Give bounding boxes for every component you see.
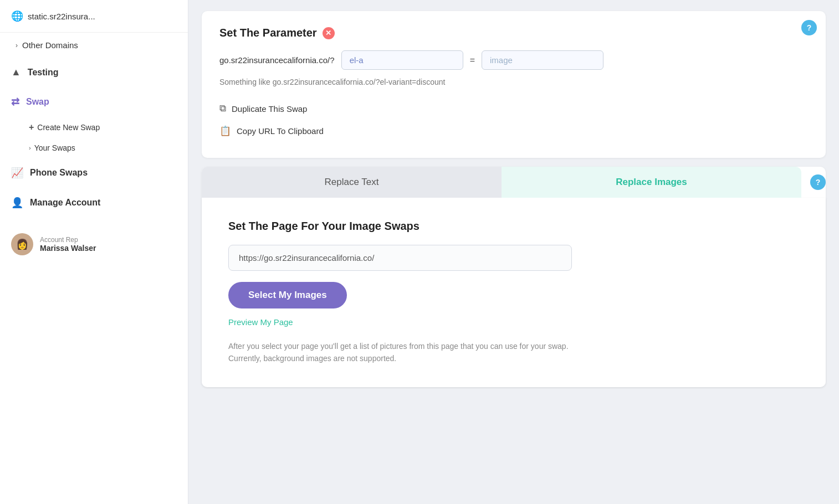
sidebar-domain-item[interactable]: 🌐 static.sr22insura...	[0, 0, 188, 33]
sidebar-manage-account-label: Manage Account	[30, 198, 100, 208]
replace-images-section-title: Set The Page For Your Image Swaps	[228, 220, 420, 233]
account-rep-label: Account Rep	[40, 236, 96, 244]
sidebar: 🌐 static.sr22insura... › Other Domains ▲…	[0, 0, 188, 504]
tab-replace-images[interactable]: Replace Images	[502, 167, 801, 198]
sidebar-item-testing[interactable]: ▲ Testing	[0, 58, 188, 87]
chevron-right-small-icon: ›	[29, 145, 31, 151]
sidebar-your-swaps-label: Your Swaps	[34, 143, 75, 152]
plus-icon: +	[29, 122, 34, 132]
duplicate-icon: ⧉	[219, 103, 226, 114]
account-info: Account Rep Marissa Walser	[40, 236, 96, 253]
avatar: 👩	[11, 233, 33, 255]
param-row: go.sr22insurancecalifornia.co/? =	[219, 50, 808, 70]
preview-link-label: Preview My Page	[228, 317, 293, 327]
duplicate-swap-action[interactable]: ⧉ Duplicate This Swap	[219, 97, 808, 120]
param-key-input[interactable]	[341, 50, 463, 70]
set-param-title: Set The Parameter ✕	[219, 27, 808, 39]
preview-my-page-link[interactable]: Preview My Page	[228, 317, 293, 327]
sidebar-item-other-domains[interactable]: › Other Domains	[0, 33, 188, 58]
tab-replace-text-label: Replace Text	[325, 177, 379, 187]
param-value-input[interactable]	[482, 50, 603, 70]
replace-images-content: Set The Page For Your Image Swaps Select…	[202, 198, 826, 387]
close-button[interactable]: ✕	[323, 27, 335, 39]
page-url-input[interactable]	[228, 245, 572, 271]
replace-images-info-text: After you select your page you'll get a …	[228, 340, 572, 365]
set-parameter-card: Set The Parameter ✕ go.sr22insurancecali…	[202, 11, 826, 158]
sidebar-item-swap[interactable]: ⇄ Swap	[0, 87, 188, 117]
sidebar-swap-label: Swap	[26, 97, 49, 107]
sidebar-item-manage-account[interactable]: 👤 Manage Account	[0, 188, 188, 218]
sidebar-item-your-swaps[interactable]: › Your Swaps	[0, 138, 188, 158]
flask-icon: ▲	[11, 66, 21, 78]
tabs-row: Replace Text Replace Images	[202, 167, 801, 198]
chart-icon: 📈	[11, 167, 23, 179]
sidebar-other-domains-label: Other Domains	[22, 40, 78, 50]
tab-replace-images-label: Replace Images	[616, 177, 687, 187]
globe-icon: 🌐	[11, 10, 23, 22]
sidebar-phone-swaps-label: Phone Swaps	[30, 168, 88, 178]
tab-replace-text[interactable]: Replace Text	[202, 167, 502, 198]
select-images-btn-label: Select My Images	[248, 290, 327, 300]
swap-icon: ⇄	[11, 96, 19, 108]
copy-url-label: Copy URL To Clipboard	[237, 126, 324, 136]
select-my-images-button[interactable]: Select My Images	[228, 282, 347, 308]
copy-url-action[interactable]: 📋 Copy URL To Clipboard	[219, 120, 808, 142]
sidebar-domain-label: static.sr22insura...	[28, 12, 95, 21]
tabs-help-button[interactable]: ?	[810, 174, 826, 190]
account-name: Marissa Walser	[40, 244, 96, 253]
param-hint: Something like go.sr22insurancecaliforni…	[219, 78, 808, 86]
clipboard-icon: 📋	[219, 125, 231, 137]
param-help-button[interactable]: ?	[801, 20, 817, 35]
sidebar-testing-label: Testing	[28, 68, 59, 78]
sidebar-item-phone-swaps[interactable]: 📈 Phone Swaps	[0, 158, 188, 188]
duplicate-swap-label: Duplicate This Swap	[232, 104, 307, 114]
equals-sign: =	[470, 55, 475, 65]
chevron-right-icon: ›	[16, 42, 18, 49]
set-param-title-text: Set The Parameter	[219, 27, 317, 39]
person-icon: 👤	[11, 197, 23, 209]
sidebar-account-section: 👩 Account Rep Marissa Walser	[0, 222, 188, 266]
sidebar-item-create-new-swap[interactable]: + Create New Swap	[0, 117, 188, 138]
param-url-label: go.sr22insurancecalifornia.co/?	[219, 55, 335, 65]
sidebar-create-new-swap-label: Create New Swap	[37, 123, 100, 132]
replace-images-section-card: Replace Text Replace Images ? Set The Pa…	[202, 167, 826, 387]
main-content: Set The Parameter ✕ go.sr22insurancecali…	[188, 0, 839, 504]
